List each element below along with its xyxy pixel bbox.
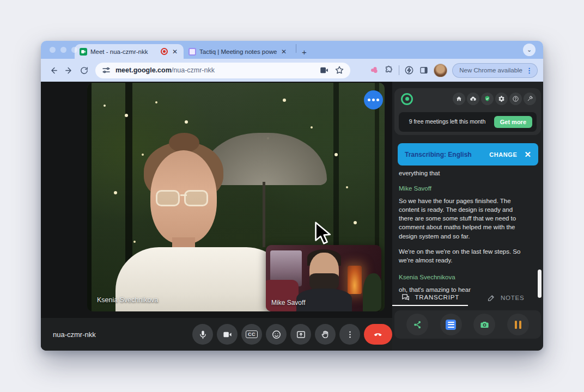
free-meetings-text: 9 free meetings left this month: [406, 118, 488, 126]
sidebar-scrollbar[interactable]: [538, 270, 542, 298]
screenshot-icon: [479, 320, 490, 330]
cloud-upload-icon[interactable]: [467, 93, 479, 105]
mic-button[interactable]: [192, 324, 213, 345]
participant-glasses: [156, 189, 211, 207]
open-docs-button[interactable]: [440, 314, 462, 335]
gear-icon[interactable]: [495, 93, 508, 105]
change-language-button[interactable]: CHANGE: [489, 151, 517, 158]
transcript-block: We're on the we're on the last few steps…: [399, 247, 528, 265]
chat-bubbles-icon: [401, 293, 410, 302]
more-options-button[interactable]: [339, 324, 360, 345]
captions-button[interactable]: CC: [241, 324, 262, 345]
participant-hair-bun: [169, 133, 199, 152]
tactiq-action-bar: [394, 310, 541, 339]
home-icon[interactable]: [453, 93, 465, 105]
tactiq-extension-icon[interactable]: [404, 65, 414, 75]
pin-icon[interactable]: [524, 93, 536, 105]
docs-icon: [446, 320, 456, 330]
pink-extension-icon[interactable]: [369, 65, 379, 75]
transcript-area[interactable]: everything that Mike Savoff So we have t…: [399, 169, 528, 301]
close-tab-icon[interactable]: ✕: [171, 48, 179, 56]
new-chrome-available-button[interactable]: New Chrome available ⋮: [452, 63, 538, 78]
address-bar[interactable]: meet.google.com/nua-czmr-nkk: [95, 63, 350, 78]
zoom-window-button[interactable]: [71, 47, 77, 53]
tab-title: Meet - nua-czmr-nkk: [90, 48, 157, 55]
transcribing-label: Transcribing: English: [405, 151, 472, 158]
tab-tactiq[interactable]: Tactiq | Meeting notes power ✕: [184, 44, 293, 59]
back-icon[interactable]: [46, 63, 60, 77]
meet-stage: Ksenia Svechnikova Mike Savoff nua-czmr-…: [41, 82, 392, 351]
bookmark-star-icon[interactable]: [334, 65, 344, 75]
meeting-code-label: nua-czmr-nkk: [53, 330, 96, 339]
tab-meet[interactable]: Meet - nua-czmr-nkk ✕: [75, 44, 184, 59]
camera-button[interactable]: [217, 324, 238, 345]
meet-control-bar: nua-czmr-nkk CC: [41, 318, 392, 351]
transcribing-banner: Transcribing: English CHANGE ✕: [398, 143, 538, 166]
reload-icon[interactable]: [77, 63, 91, 77]
sidebar-tab-bar: TRANSCRIPT NOTES: [392, 290, 543, 306]
recording-indicator-icon: [161, 48, 168, 55]
tab-notes[interactable]: NOTES: [468, 290, 544, 306]
transcript-text: We're on the we're on the last few steps…: [399, 247, 528, 265]
side-panel-icon[interactable]: [419, 65, 429, 75]
free-meetings-banner: 9 free meetings left this month Get more: [399, 112, 537, 132]
chat-typing-badge[interactable]: [364, 90, 383, 109]
reactions-button[interactable]: [266, 324, 287, 345]
pip-scene-fireplace: [348, 266, 362, 294]
transcript-speaker: Ksenia Svechnikova: [399, 273, 528, 281]
window-controls[interactable]: [50, 47, 77, 53]
transcript-block: Mike Savoff So we have the four pages fi…: [399, 184, 528, 241]
transcript-text: So we have the four pages finished. The …: [399, 197, 528, 240]
pip-name-label: Mike Savoff: [271, 299, 305, 307]
help-icon[interactable]: [509, 93, 522, 105]
tab-title: Tactiq | Meeting notes power: [199, 48, 277, 55]
pip-scene-plant: [363, 273, 381, 311]
minimize-window-button[interactable]: [60, 47, 66, 53]
tab-camera-icon[interactable]: [319, 65, 329, 75]
tactiq-favicon: [188, 48, 196, 56]
toolbar-separator: [399, 65, 399, 75]
new-tab-button[interactable]: +: [300, 47, 309, 57]
share-button[interactable]: [406, 314, 428, 335]
tab-label: TRANSCRIPT: [415, 294, 459, 301]
main-video-tile[interactable]: Ksenia Svechnikova Mike Savoff: [87, 83, 385, 311]
browser-toolbar: meet.google.com/nua-czmr-nkk: [41, 59, 543, 82]
close-tab-icon[interactable]: ✕: [280, 48, 288, 56]
raise-hand-button[interactable]: [315, 324, 336, 345]
tab-separator: [296, 44, 296, 53]
participant-name-label: Ksenia Svechnikova: [97, 296, 159, 304]
share-icon: [412, 320, 423, 330]
shield-check-icon[interactable]: [481, 93, 494, 105]
present-button[interactable]: [290, 324, 311, 345]
get-more-button[interactable]: Get more: [494, 116, 532, 128]
string-lights: [104, 105, 106, 107]
tab-label: NOTES: [501, 295, 525, 301]
pencil-icon: [486, 293, 496, 303]
close-window-button[interactable]: [50, 47, 56, 53]
tactiq-logo-icon: [401, 93, 413, 105]
meet-favicon: [80, 48, 87, 56]
tactiq-header-panel: 9 free meetings left this month Get more: [394, 88, 541, 135]
pause-recording-button[interactable]: [507, 314, 529, 335]
umbrella-pole: [263, 182, 265, 247]
close-banner-icon[interactable]: ✕: [524, 150, 531, 160]
tab-strip: Meet - nua-czmr-nkk ✕ Tactiq | Meeting n…: [41, 41, 543, 59]
chrome-menu-icon[interactable]: ⋮: [526, 66, 533, 75]
url-text: meet.google.com/nua-czmr-nkk: [115, 66, 215, 74]
pip-video-tile[interactable]: Mike Savoff: [266, 245, 381, 311]
new-chrome-label: New Chrome available: [459, 67, 522, 74]
pause-icon: [515, 321, 522, 329]
end-call-button[interactable]: [364, 324, 392, 345]
scene-window-frame: [87, 83, 92, 311]
transcript-speaker: Mike Savoff: [399, 184, 528, 193]
tab-search-chevron-icon[interactable]: ⌄: [523, 44, 536, 56]
extensions-puzzle-icon[interactable]: [384, 65, 394, 75]
site-info-icon[interactable]: [101, 65, 111, 75]
transcript-block: everything that: [399, 169, 528, 177]
forward-icon[interactable]: [62, 63, 76, 77]
pip-scene-chair: [266, 280, 299, 311]
profile-avatar[interactable]: [434, 64, 447, 77]
tab-transcript[interactable]: TRANSCRIPT: [392, 290, 468, 306]
browser-window: Meet - nua-czmr-nkk ✕ Tactiq | Meeting n…: [41, 41, 543, 351]
screenshot-button[interactable]: [473, 314, 495, 335]
